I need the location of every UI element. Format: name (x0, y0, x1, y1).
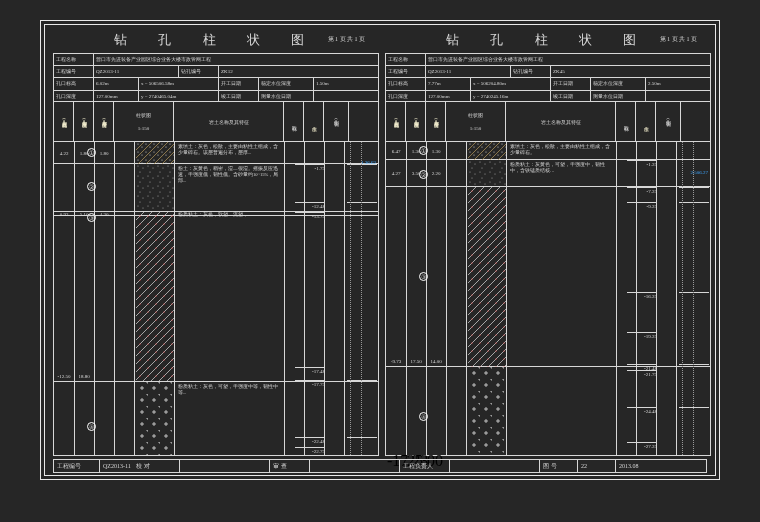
svg-rect-14 (468, 367, 506, 455)
lbl-hole-no: 钻孔编号 (179, 66, 219, 77)
water-marker: 1.36.62 (361, 160, 376, 165)
svg-rect-7 (136, 142, 174, 164)
svg-rect-8 (136, 164, 174, 212)
svg-rect-9 (136, 212, 174, 382)
val-project-no: QZ2013-11 (94, 66, 179, 77)
page-count: 第 1 页 共 1 页 (328, 35, 366, 44)
borelog-zk45: 钻 孔 柱 状 图 第 1 页 共 1 页 工程名称 营口市先进装备产业园区综合… (385, 31, 711, 456)
val-hole-no: ZK12 (219, 66, 378, 77)
svg-rect-13 (468, 187, 506, 367)
drawing-sheet: 钻 孔 柱 状 图 第 1 页 共 1 页 工程名称 营口市先进装备产业园区综合… (40, 20, 720, 480)
svg-rect-11 (468, 142, 506, 160)
svg-rect-10 (136, 382, 174, 455)
svg-rect-12 (468, 160, 506, 187)
val-project-name: 营口市先进装备产业园区综合业务大楼市政管网工程 (94, 54, 378, 65)
lbl-project-name: 工程名称 (54, 54, 94, 65)
title-block: 工程编号 QZ2013-11 校 对 审 查 工程负责人 图 号 22 2013… (53, 459, 707, 473)
borelog-zk12: 钻 孔 柱 状 图 第 1 页 共 1 页 工程名称 营口市先进装备产业园区综合… (53, 31, 379, 456)
lbl-project-no: 工程编号 (54, 66, 94, 77)
